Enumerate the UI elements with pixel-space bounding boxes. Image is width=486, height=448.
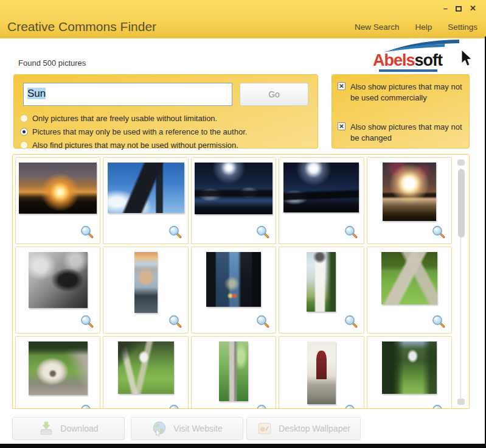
filter-checkbox-row-1[interactable]: ✕Also show pictures that may not be used… <box>338 82 464 103</box>
thumbnail-photo <box>219 341 248 401</box>
magnifier-icon[interactable] <box>80 314 94 329</box>
logo-text-red: Abels <box>373 51 415 69</box>
button-label: Download <box>60 424 98 433</box>
radio-label: Only pictures that are freely usable wit… <box>32 114 217 123</box>
magnifier-icon[interactable] <box>80 225 94 239</box>
thumbnail-cell[interactable] <box>191 157 276 244</box>
magnifier-icon[interactable] <box>344 404 358 409</box>
checkbox-label: Also show pictures that may not be chang… <box>350 122 464 143</box>
logo-text-dark: soft <box>415 51 443 69</box>
checkbox-icon[interactable]: ✕ <box>338 82 345 90</box>
maximize-button[interactable] <box>456 6 462 12</box>
search-panel: Sun Go Only pictures that are freely usa… <box>13 74 318 149</box>
menu-item-settings[interactable]: Settings <box>448 23 477 32</box>
search-query-text: Sun <box>27 88 46 99</box>
magnifier-icon[interactable] <box>344 314 358 329</box>
checkbox-label: Also show pictures that may not be used … <box>350 82 464 103</box>
thumbnail-cell[interactable] <box>191 247 276 334</box>
thumbnail-cell[interactable] <box>103 247 188 334</box>
thumbnail-photo <box>307 341 336 404</box>
thumbnail-cell[interactable] <box>15 336 100 409</box>
magnifier-icon[interactable] <box>168 404 182 409</box>
button-label: Visit Website <box>173 424 222 433</box>
app-window: Creative Commons Finder New SearchHelpSe… <box>0 0 486 448</box>
thumbnail-photo <box>381 252 437 304</box>
radio-option-2[interactable]: Pictures that may only be used with a re… <box>20 125 247 138</box>
thumbnail-photo <box>206 252 261 307</box>
logo-swoosh-icon <box>381 39 467 52</box>
thumbnail-cell[interactable] <box>279 336 364 409</box>
logo-cursor-icon <box>459 50 474 68</box>
thumbnail-cell[interactable] <box>103 336 188 409</box>
radio-icon[interactable] <box>20 114 28 122</box>
globe-icon <box>151 421 167 436</box>
wallpaper-icon <box>257 421 273 436</box>
thumbnail-photo <box>283 163 359 212</box>
thumbnail-cell[interactable] <box>367 157 452 244</box>
logo-text: Abelssoft <box>373 51 442 70</box>
results-grid <box>12 154 470 409</box>
thumbnail-photo <box>108 163 184 213</box>
title-bar: Creative Commons Finder New SearchHelpSe… <box>0 0 486 38</box>
thumbnail-photo <box>383 163 436 221</box>
thumbnail-photo <box>382 341 437 394</box>
radio-option-1[interactable]: Only pictures that are freely usable wit… <box>20 111 247 125</box>
thumbnail-cell[interactable] <box>15 247 100 334</box>
download-button[interactable]: Download <box>12 417 125 440</box>
logo-underline <box>379 69 437 72</box>
header-menu: New SearchHelpSettings <box>355 23 477 32</box>
thumbnail-photo <box>29 252 88 308</box>
thumbnail-photo <box>307 252 336 312</box>
window-controls <box>443 4 476 13</box>
scrollbar-down-button[interactable] <box>457 399 465 405</box>
filter-checkbox-row-2[interactable]: ✕Also show pictures that may not be chan… <box>338 122 464 143</box>
license-radio-group: Only pictures that are freely usable wit… <box>20 111 247 152</box>
thumbnail-grid <box>15 157 452 409</box>
thumbnail-photo <box>29 341 88 395</box>
radio-label: Also find pictures that may not be used … <box>32 141 238 150</box>
thumbnail-cell[interactable] <box>279 157 364 244</box>
radio-option-3[interactable]: Also find pictures that may not be used … <box>20 138 247 152</box>
scrollbar-up-button[interactable] <box>457 159 465 166</box>
thumbnail-cell[interactable] <box>191 336 276 409</box>
results-count-text: Found 500 pictures <box>18 58 86 68</box>
window-edge-bottom <box>0 444 486 448</box>
radio-icon[interactable] <box>20 141 28 149</box>
filter-panel: ✕Also show pictures that may not be used… <box>332 74 470 149</box>
thumbnail-cell[interactable] <box>15 157 100 244</box>
download-icon <box>38 421 54 436</box>
magnifier-icon[interactable] <box>255 404 270 409</box>
checkbox-icon[interactable]: ✕ <box>338 122 345 130</box>
thumbnail-cell[interactable] <box>367 336 452 409</box>
go-button[interactable]: Go <box>240 83 308 106</box>
button-label: Desktop Wallpaper <box>279 424 350 433</box>
menu-item-help[interactable]: Help <box>415 23 432 32</box>
radio-icon[interactable] <box>20 128 28 136</box>
close-button[interactable] <box>470 4 476 13</box>
magnifier-icon[interactable] <box>431 404 446 409</box>
thumbnail-photo <box>118 341 174 394</box>
menu-item-new-search[interactable]: New Search <box>355 23 400 32</box>
abelssoft-logo: Abelssoft <box>370 39 473 72</box>
magnifier-icon[interactable] <box>255 314 270 329</box>
magnifier-icon[interactable] <box>431 225 446 239</box>
thumbnail-cell[interactable] <box>279 247 364 334</box>
thumbnail-cell[interactable] <box>103 157 188 244</box>
desktop-wallpaper-button[interactable]: Desktop Wallpaper <box>246 417 361 440</box>
thumbnail-photo <box>19 163 97 214</box>
magnifier-icon[interactable] <box>431 314 446 329</box>
minimize-button[interactable] <box>443 4 448 13</box>
scrollbar-thumb[interactable] <box>458 169 465 237</box>
thumbnail-photo <box>195 163 273 214</box>
magnifier-icon[interactable] <box>168 314 182 329</box>
magnifier-icon[interactable] <box>80 404 94 409</box>
thumbnail-photo <box>134 252 158 313</box>
magnifier-icon[interactable] <box>344 225 358 239</box>
thumbnail-cell[interactable] <box>367 247 452 334</box>
visit-website-button[interactable]: Visit Website <box>131 417 243 440</box>
search-input[interactable]: Sun <box>23 83 232 106</box>
magnifier-icon[interactable] <box>255 225 270 239</box>
radio-label: Pictures that may only be used with a re… <box>32 127 247 136</box>
magnifier-icon[interactable] <box>168 225 182 239</box>
app-title: Creative Commons Finder <box>7 19 156 34</box>
